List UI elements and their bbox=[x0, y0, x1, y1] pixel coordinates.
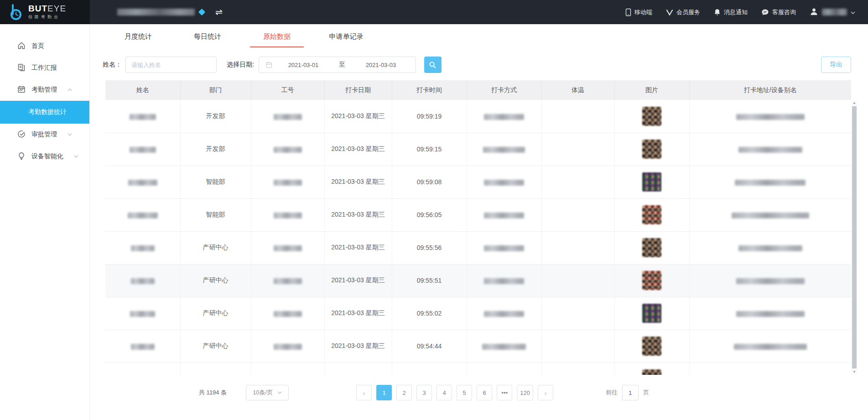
punch-photo[interactable] bbox=[642, 304, 661, 323]
buteye-logo-icon bbox=[9, 4, 24, 21]
page-button[interactable]: 120 bbox=[517, 385, 533, 400]
table-row[interactable]: 智能部2021-03-03 星期三09:56:05 bbox=[105, 198, 851, 231]
goto-label: 前往 bbox=[606, 389, 618, 397]
name-redacted bbox=[128, 180, 157, 186]
address-redacted bbox=[738, 245, 802, 251]
name-filter-label: 姓名： bbox=[103, 61, 122, 69]
page-button[interactable]: 6 bbox=[477, 385, 492, 400]
scroll-up-icon[interactable]: ▲ bbox=[852, 100, 856, 106]
topbar-item-label: 客服咨询 bbox=[772, 8, 796, 16]
punch-method-redacted bbox=[483, 147, 525, 153]
table-cell: 2021-03-03 星期三 bbox=[324, 264, 392, 297]
company-switcher[interactable]: ⇌ bbox=[117, 7, 223, 17]
sidebar-item[interactable]: 首页 bbox=[0, 35, 89, 57]
tab[interactable]: 每日统计 bbox=[180, 24, 235, 49]
tab[interactable]: 原始数据 bbox=[249, 24, 305, 49]
sidebar-item[interactable]: 审批管理 bbox=[0, 124, 89, 145]
table-cell bbox=[689, 330, 851, 363]
table-cell: 09:59:19 bbox=[392, 100, 467, 133]
topbar-item-label: 会员服务 bbox=[676, 8, 700, 16]
column-header: 打卡地址/设备别名 bbox=[689, 80, 851, 100]
vip-diamond-icon bbox=[198, 9, 206, 16]
table-row[interactable]: 开发部2021-03-03 星期三09:59:15 bbox=[105, 133, 851, 166]
table-scrollbar[interactable]: ▲ ▼ bbox=[851, 100, 858, 375]
page-button[interactable]: 4 bbox=[437, 385, 452, 400]
prev-page-button[interactable]: ‹ bbox=[356, 385, 372, 400]
page-button[interactable]: 3 bbox=[416, 385, 432, 400]
table-row[interactable]: 智能部2021-03-03 星期三09:59:08 bbox=[105, 166, 851, 198]
table-cell bbox=[614, 363, 689, 375]
table-row[interactable]: 产研中心2021-03-03 星期三09:55:56 bbox=[105, 231, 851, 264]
punch-photo[interactable] bbox=[642, 238, 661, 257]
sidebar-item[interactable]: 设备智能化 bbox=[0, 145, 89, 167]
punch-photo[interactable] bbox=[642, 369, 661, 375]
punch-photo[interactable] bbox=[642, 337, 661, 356]
table-row[interactable]: 开发部2021-03-03 星期三09:59:19 bbox=[105, 100, 851, 133]
date-range-picker[interactable]: 2021-03-01 至 2021-03-03 bbox=[259, 57, 416, 73]
topbar-item[interactable]: 消息通知 bbox=[714, 8, 748, 16]
more-pages-button[interactable]: ••• bbox=[497, 385, 512, 400]
table-row[interactable]: 产研中心2021-03-03 星期三09:54:44 bbox=[105, 330, 851, 363]
table-cell bbox=[467, 363, 541, 375]
table-cell: 2021-03-03 星期三 bbox=[324, 100, 392, 133]
punch-photo[interactable] bbox=[642, 107, 661, 126]
tab[interactable]: 月度统计 bbox=[110, 24, 166, 49]
next-page-button[interactable]: › bbox=[538, 385, 553, 400]
brand-subtitle: 但眼考勤云 bbox=[28, 14, 66, 20]
table-cell bbox=[541, 231, 614, 264]
scrollbar-thumb[interactable] bbox=[852, 106, 857, 368]
export-button[interactable]: 导出 bbox=[821, 57, 851, 73]
app-logo[interactable]: BUTEYE 但眼考勤云 bbox=[0, 0, 90, 24]
table-cell: 产研中心 bbox=[180, 264, 251, 297]
date-end-value[interactable]: 2021-03-03 bbox=[353, 62, 409, 68]
sidebar-subitem[interactable]: 考勤数据统计 bbox=[0, 101, 89, 124]
table-cell bbox=[467, 231, 541, 264]
goto-page-input[interactable] bbox=[622, 385, 639, 400]
table-cell bbox=[614, 100, 689, 133]
table-cell bbox=[614, 264, 689, 297]
topbar-item[interactable]: 移动端 bbox=[625, 8, 652, 16]
punch-photo[interactable] bbox=[642, 271, 661, 290]
name-redacted bbox=[131, 245, 155, 251]
table-cell bbox=[541, 100, 614, 133]
punch-photo[interactable] bbox=[642, 140, 661, 159]
sidebar-item-label: 考勤管理 bbox=[31, 86, 57, 94]
table-cell bbox=[251, 264, 324, 297]
sidebar-item-label: 审批管理 bbox=[31, 130, 57, 139]
caret-up-icon bbox=[68, 88, 72, 91]
table-cell bbox=[541, 264, 614, 297]
topbar-item-label: 消息通知 bbox=[724, 8, 748, 16]
punch-photo[interactable] bbox=[642, 205, 661, 224]
table-row[interactable]: 产研中心2021-03-03 星期三09:55:51 bbox=[105, 264, 851, 297]
home-icon bbox=[17, 41, 26, 51]
table-cell bbox=[251, 297, 324, 330]
table-row[interactable]: 产研中心2021-03-03 星期三09:53:34 bbox=[105, 363, 851, 375]
table-cell bbox=[689, 363, 851, 375]
sidebar-item[interactable]: 考勤管理 bbox=[0, 79, 89, 101]
name-redacted bbox=[130, 147, 156, 153]
switch-company-icon[interactable]: ⇌ bbox=[215, 7, 223, 17]
search-icon bbox=[429, 61, 437, 69]
topbar-item[interactable]: 会员服务 bbox=[666, 8, 700, 16]
page-button[interactable]: 2 bbox=[396, 385, 412, 400]
punch-method-redacted bbox=[484, 311, 524, 317]
page-button[interactable]: 5 bbox=[457, 385, 472, 400]
table-cell: 智能部 bbox=[180, 166, 251, 198]
punch-photo[interactable] bbox=[642, 172, 661, 192]
name-search-input[interactable] bbox=[125, 57, 217, 73]
page-button[interactable]: 1 bbox=[376, 385, 392, 400]
date-start-value[interactable]: 2021-03-01 bbox=[275, 62, 332, 68]
sidebar-item[interactable]: 工作汇报 bbox=[0, 57, 89, 79]
search-button[interactable] bbox=[424, 57, 442, 73]
table-row[interactable]: 产研中心2021-03-03 星期三09:55:02 bbox=[105, 297, 851, 330]
user-menu[interactable] bbox=[810, 7, 855, 17]
employee-id-redacted bbox=[274, 245, 302, 251]
topbar-item[interactable]: 客服咨询 bbox=[761, 8, 796, 16]
scroll-down-icon[interactable]: ▼ bbox=[852, 369, 856, 375]
name-redacted bbox=[130, 311, 155, 317]
user-name-redacted bbox=[822, 9, 847, 16]
tab[interactable]: 申请单记录 bbox=[318, 24, 374, 49]
page-size-select[interactable]: 10条/页 bbox=[246, 385, 289, 400]
user-avatar-icon bbox=[810, 7, 818, 17]
name-redacted bbox=[128, 213, 158, 218]
